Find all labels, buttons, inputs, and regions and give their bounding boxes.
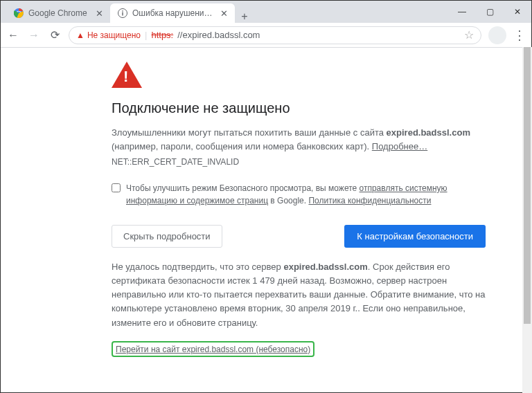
tab-google-chrome[interactable]: Google Chrome ✕ — [6, 3, 110, 23]
proceed-highlight: Перейти на сайт expired.badssl.com (небе… — [112, 341, 314, 357]
safety-settings-button[interactable]: К настройкам безопасности — [344, 225, 486, 248]
scrollbar-thumb[interactable] — [524, 47, 531, 324]
hide-details-button[interactable]: Скрыть подробности — [112, 225, 222, 248]
security-indicator[interactable]: ▲ Не защищено — [76, 30, 141, 40]
svg-rect-5 — [122, 12, 123, 16]
proceed-unsafe-link[interactable]: Перейти на сайт expired.badssl.com (небе… — [116, 345, 310, 354]
scrollbar[interactable] — [522, 47, 532, 393]
learn-more-link[interactable]: Подробнее… — [372, 141, 427, 152]
maximize-button[interactable]: ▢ — [476, 1, 504, 23]
back-button[interactable]: ← — [6, 28, 20, 42]
details-paragraph: Не удалось подтвердить, что это сервер e… — [112, 260, 486, 330]
info-icon — [117, 8, 128, 19]
url-scheme: https: — [151, 30, 173, 40]
svg-rect-4 — [122, 10, 123, 11]
close-icon[interactable]: ✕ — [220, 8, 228, 19]
warning-triangle-icon: ! — [112, 62, 504, 88]
profile-avatar[interactable] — [488, 26, 506, 44]
page-content: ! Подключение не защищено Злоумышленники… — [1, 48, 531, 392]
close-icon[interactable]: ✕ — [96, 8, 103, 19]
safe-browsing-optin: Чтобы улучшить режим Безопасного просмот… — [112, 182, 486, 207]
url-text: //expired.badssl.com — [177, 30, 260, 40]
security-label: Не защищено — [87, 30, 141, 40]
minimize-button[interactable]: ― — [448, 1, 476, 23]
page-title: Подключение не защищено — [112, 100, 504, 116]
chrome-icon — [13, 8, 24, 19]
close-window-button[interactable]: ✕ — [504, 1, 531, 23]
forward-button[interactable]: → — [27, 28, 41, 42]
bookmark-star-icon[interactable]: ☆ — [464, 28, 474, 42]
tab-error-page[interactable]: Ошибка нарушения конфиденц... ✕ — [110, 3, 235, 23]
menu-button[interactable]: ⋮ — [513, 28, 526, 43]
toolbar: ← → ⟳ ▲ Не защищено | https://expired.ba… — [1, 23, 531, 48]
warning-paragraph: Злоумышленники могут пытаться похитить в… — [112, 126, 486, 153]
optin-checkbox[interactable] — [112, 183, 121, 192]
tab-strip: Google Chrome ✕ Ошибка нарушения конфиде… — [1, 1, 448, 23]
new-tab-button[interactable]: + — [235, 10, 254, 23]
privacy-policy-link[interactable]: Политика конфиденциальности — [308, 196, 431, 205]
error-code: NET::ERR_CERT_DATE_INVALID — [112, 157, 504, 167]
warning-triangle-icon: ▲ — [76, 30, 85, 40]
address-bar[interactable]: ▲ Не защищено | https://expired.badssl.c… — [69, 26, 481, 44]
tab-title: Ошибка нарушения конфиденц... — [132, 8, 216, 18]
tab-title: Google Chrome — [28, 8, 91, 18]
reload-button[interactable]: ⟳ — [48, 28, 62, 42]
